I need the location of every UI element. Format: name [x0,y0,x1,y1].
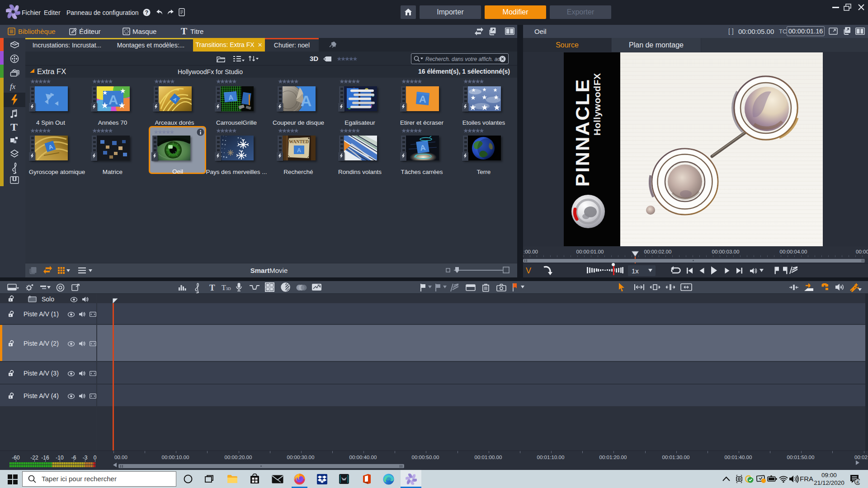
svg-text:A: A [228,93,234,101]
svg-text:A: A [297,147,302,154]
svg-text:A: A [420,143,426,153]
svg-text:A: A [419,94,426,105]
svg-text:PINNACLE: PINNACLE [571,78,593,187]
svg-text:A: A [301,92,312,109]
svg-text:HollywoodFX: HollywoodFX [592,73,602,136]
svg-text:4: 4 [856,479,859,484]
svg-text:WANTED: WANTED [289,139,309,144]
svg-text:?: ? [145,9,148,16]
svg-text:A: A [108,92,118,107]
